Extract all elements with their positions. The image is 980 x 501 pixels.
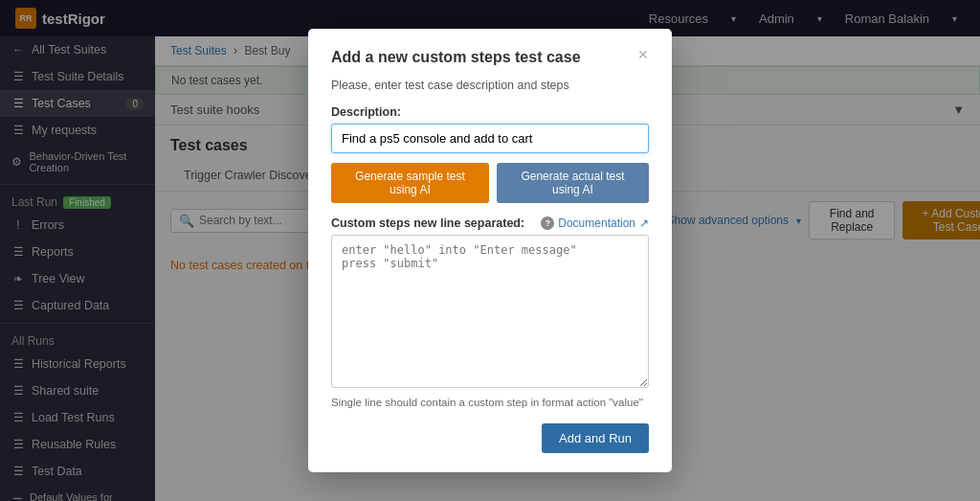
custom-steps-label: Custom steps new line separated: <box>331 216 524 230</box>
documentation-link[interactable]: ? Documentation ↗ <box>541 216 649 230</box>
ai-buttons: Generate sample test using AI Generate a… <box>331 163 649 203</box>
description-input[interactable] <box>331 124 649 153</box>
modal-title: Add a new custom steps test case <box>331 48 581 68</box>
steps-textarea[interactable] <box>331 235 649 388</box>
modal: Add a new custom steps test case ✕ Pleas… <box>308 29 672 473</box>
modal-header: Add a new custom steps test case ✕ <box>331 48 649 68</box>
external-link-icon: ↗ <box>639 216 649 230</box>
custom-steps-label-row: Custom steps new line separated: ? Docum… <box>331 216 649 230</box>
add-and-run-button[interactable]: Add and Run <box>542 423 649 453</box>
hint-text: Single line should contain a custom step… <box>331 397 649 408</box>
modal-footer: Add and Run <box>331 423 649 453</box>
ai-sample-button[interactable]: Generate sample test using AI <box>331 163 489 203</box>
modal-subtitle: Please, enter test case description and … <box>331 79 649 92</box>
description-label: Description: <box>331 105 649 119</box>
ai-actual-button[interactable]: Generate actual test using AI <box>497 163 649 203</box>
help-icon: ? <box>541 216 554 230</box>
modal-overlay: Add a new custom steps test case ✕ Pleas… <box>0 0 980 501</box>
modal-close-button[interactable]: ✕ <box>637 48 649 61</box>
